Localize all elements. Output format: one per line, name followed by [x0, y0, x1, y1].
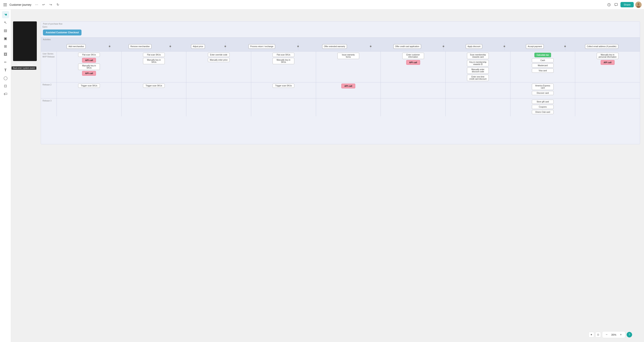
release3-section: Release 3 Store gift card Coupons	[41, 98, 640, 116]
story-manual-key-add[interactable]: Manually key-in SKUs	[78, 64, 100, 70]
release2-col-discount	[446, 82, 510, 98]
activity-credit[interactable]: Offer credit card application	[394, 44, 421, 49]
sidebar-tool-image[interactable]: 🖼	[2, 51, 9, 58]
connector-accept	[564, 46, 566, 47]
mvp-col-accept: Calculate tax Cash Mastercard Visa card	[510, 52, 575, 82]
epic-assisted-checkout[interactable]: Assisted Customer Checkout	[43, 30, 82, 36]
api-call-warranty[interactable]: API call	[342, 84, 355, 88]
story-manually-keyin-personal[interactable]: Manually key-in personal information	[597, 53, 618, 59]
story-issue-warranty[interactable]: Issue warranty forms	[338, 53, 359, 59]
left-sidebar: ☚ ↖ ▤ ▣ ⊞ 🖼 ✏ T ◯ ⊡ 🏷	[0, 10, 11, 342]
story-manually-enter-price[interactable]: Manually enter price	[208, 58, 230, 62]
story-diners[interactable]: Diners Club card	[532, 110, 554, 114]
zoom-out-button[interactable]: −	[604, 332, 609, 337]
story-visa[interactable]: Visa card	[532, 69, 554, 73]
frame-label: Point of purchase flow	[41, 22, 640, 25]
story-discover[interactable]: Discover card	[532, 91, 554, 95]
activity-warranty[interactable]: Offer extended warranty	[322, 44, 347, 49]
activity-add[interactable]: Add merchandise	[67, 44, 86, 49]
story-amex[interactable]: America Express card	[532, 84, 554, 90]
api-call-credit[interactable]: API call	[406, 60, 420, 65]
more-options-icon[interactable]: ⋯	[34, 2, 39, 8]
sidebar-tool-hand[interactable]: ☚	[2, 11, 9, 18]
story-trigger-add[interactable]: Trigger scan SKUs	[78, 84, 100, 88]
sparkle-icon[interactable]: ✦	[588, 332, 594, 337]
document-title: Customer journey	[10, 3, 32, 6]
help-button[interactable]: ?	[626, 332, 632, 337]
sidebar-tool-frame[interactable]: ⊡	[2, 82, 9, 90]
activity-accept[interactable]: Accept payment	[526, 44, 544, 49]
svg-rect-1	[3, 5, 7, 5]
activity-col-adjust: Adjust price	[170, 43, 226, 50]
svg-rect-2	[3, 6, 7, 6]
story-enter-credit-card-discount[interactable]: Enter one-time credit card discount	[467, 75, 489, 81]
mvp-row-cols: Flat scan SKUs API call Manually key-in …	[57, 52, 640, 82]
undo-icon[interactable]: ↩	[41, 2, 46, 8]
sidebar-tool-text[interactable]: T	[2, 67, 9, 74]
sidebar-tool-sticky[interactable]: ▤	[2, 27, 9, 34]
epics-row: Assisted Customer Checkout	[41, 28, 640, 38]
release3-col-adjust	[186, 98, 251, 116]
story-enter-customer-info[interactable]: Enter customer information	[402, 53, 424, 59]
sidebar-tool-shape[interactable]: ◯	[2, 75, 9, 82]
story-trigger-process[interactable]: Trigger scan SKUs	[272, 84, 294, 88]
sidebar-tool-pen[interactable]: ✏	[2, 59, 9, 66]
mvp-col-warranty: Issue warranty forms	[316, 52, 381, 82]
user-stories-section: User Stories MVP Release Flat scan SKUs …	[41, 52, 640, 116]
fit-to-screen-button[interactable]: ⊡	[595, 332, 601, 337]
activity-col-credit: Offer credit card application	[371, 43, 444, 50]
activity-col-process: Process return / exchange	[226, 43, 298, 50]
story-scan-membership[interactable]: Scan membership rewards card	[467, 53, 489, 59]
story-enter-override[interactable]: Enter override code	[208, 53, 230, 57]
story-flat-scan-add[interactable]: Flat scan SKUs	[78, 53, 100, 57]
history-icon[interactable]	[606, 2, 612, 8]
api-call-email[interactable]: API call	[601, 60, 614, 65]
story-manual-key-remove[interactable]: Manually key-in SKUs	[143, 58, 165, 64]
activity-process[interactable]: Process return / exchange	[248, 44, 275, 49]
api-call-add-2[interactable]: API call	[82, 71, 96, 76]
calc-tax-card[interactable]: Calculate tax	[534, 53, 551, 57]
mvp-col-discount: Scan membership rewards card Key-in memb…	[446, 52, 510, 82]
story-manual-key-process[interactable]: Manually key-in SKUs	[272, 58, 294, 64]
share-button[interactable]: Share	[620, 2, 634, 7]
story-coupons[interactable]: Coupons	[532, 105, 554, 109]
story-trigger-remove[interactable]: Trigger scan SKUs	[143, 84, 165, 88]
activity-remove[interactable]: Remove merchandise	[128, 44, 151, 49]
story-flat-scan-process[interactable]: Flat scan SKUs	[272, 53, 294, 57]
redo-icon[interactable]: ↪	[48, 2, 54, 8]
release2-label: Release 2	[42, 84, 55, 86]
activity-discount[interactable]: Apply discount	[466, 44, 482, 49]
mvp-section-labels: User Stories MVP Release	[41, 52, 57, 82]
sidebar-tool-select[interactable]: ↖	[2, 19, 9, 26]
release3-label: Release 3	[42, 100, 55, 102]
activity-adjust[interactable]: Adjust price	[191, 44, 205, 49]
story-flat-scan-remove[interactable]: Flat scan SKUs	[143, 53, 165, 57]
story-manually-enter-discount[interactable]: Manually enter discount code	[467, 67, 489, 74]
release3-col-credit	[381, 98, 446, 116]
story-mastercard[interactable]: Mastercard	[532, 63, 554, 68]
canvas-area[interactable]: Target Personas Back-end / system event …	[11, 10, 644, 342]
sidebar-tool-table[interactable]: ⊞	[2, 43, 9, 50]
release2-section: Release 2 Trigger scan SKUs Trigger scan…	[41, 82, 640, 98]
main-layout: ☚ ↖ ▤ ▣ ⊞ 🖼 ✏ T ◯ ⊡ 🏷 Target Personas Ba…	[0, 10, 644, 342]
activities-row: Add merchandise Remove merchandise Adjus…	[41, 41, 640, 51]
story-cash[interactable]: Cash	[532, 58, 554, 62]
sidebar-tool-tag[interactable]: 🏷	[2, 90, 9, 97]
refresh-icon[interactable]: ↻	[55, 2, 61, 8]
menu-icon[interactable]	[2, 2, 8, 8]
zoom-in-button[interactable]: +	[618, 332, 623, 337]
comment-icon[interactable]	[613, 2, 619, 8]
release3-col-add	[57, 98, 122, 116]
user-stories-label: User Stories	[42, 53, 55, 55]
api-call-add-1[interactable]: API call	[82, 58, 96, 63]
activity-email[interactable]: Collect email address (if possible)	[585, 44, 618, 49]
avatar[interactable]	[635, 2, 642, 8]
sidebar-tool-card[interactable]: ▣	[2, 35, 9, 42]
story-keyin-membership[interactable]: Key-in membership rewards ID	[467, 60, 489, 66]
connector-process	[297, 46, 299, 47]
target-personas-label: Target Personas	[13, 63, 37, 65]
connector-warranty	[370, 46, 372, 47]
topbar-right: Share	[606, 2, 642, 8]
activity-col-add: Add merchandise	[43, 43, 110, 50]
story-store-gift[interactable]: Store gift card	[532, 100, 554, 104]
